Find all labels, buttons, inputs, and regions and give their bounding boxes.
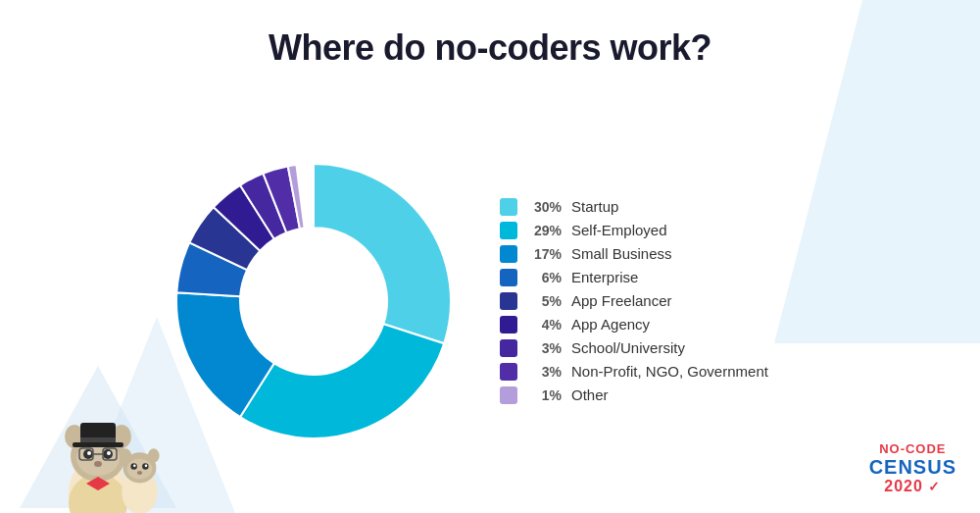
legend-color-swatch: [500, 316, 517, 333]
donut-chart: [167, 154, 461, 448]
legend-percentage: 29%: [527, 223, 562, 238]
svg-point-26: [133, 465, 136, 468]
list-item: 1%Other: [500, 386, 813, 404]
legend-color-swatch: [500, 245, 517, 263]
legend-label: App Agency: [571, 316, 650, 333]
svg-point-14: [94, 461, 102, 467]
legend-color-swatch: [500, 386, 517, 404]
legend-label: Small Business: [571, 245, 672, 262]
list-item: 17%Small Business: [500, 245, 813, 263]
legend-percentage: 30%: [527, 199, 562, 215]
svg-point-23: [127, 459, 153, 480]
list-item: 29%Self-Employed: [500, 222, 813, 239]
svg-point-9: [87, 451, 91, 455]
svg-point-27: [145, 465, 148, 468]
donut-svg: [167, 154, 461, 448]
legend-label: App Freelancer: [571, 292, 672, 309]
svg-point-21: [120, 448, 131, 462]
list-item: 5%App Freelancer: [500, 292, 813, 310]
svg-point-10: [107, 451, 111, 455]
legend-color-swatch: [500, 292, 517, 310]
legend-label: Non-Profit, NGO, Government: [571, 363, 768, 380]
list-item: 3%School/University: [500, 339, 813, 357]
legend-label: Other: [571, 386, 609, 403]
chart-legend: 30%Startup29%Self-Employed17%Small Busin…: [500, 198, 813, 404]
legend-label: Enterprise: [571, 269, 638, 285]
list-item: 6%Enterprise: [500, 269, 813, 286]
legend-percentage: 4%: [527, 317, 562, 333]
mascot-illustration: [20, 356, 176, 513]
svg-rect-17: [73, 442, 123, 447]
list-item: 4%App Agency: [500, 316, 813, 333]
svg-rect-18: [80, 437, 116, 442]
legend-color-swatch: [500, 339, 517, 357]
legend-color-swatch: [500, 269, 517, 286]
legend-percentage: 3%: [527, 364, 562, 380]
legend-color-swatch: [500, 198, 517, 216]
list-item: 3%Non-Profit, NGO, Government: [500, 363, 813, 381]
legend-color-swatch: [500, 363, 517, 381]
legend-percentage: 17%: [527, 246, 562, 262]
legend-color-swatch: [500, 222, 517, 239]
legend-percentage: 3%: [527, 340, 562, 356]
list-item: 30%Startup: [500, 198, 813, 216]
legend-label: Startup: [571, 198, 618, 215]
legend-label: Self-Employed: [571, 222, 667, 238]
svg-point-22: [148, 448, 160, 462]
legend-label: School/University: [571, 339, 685, 356]
page-title: Where do no-coders work?: [269, 27, 711, 69]
legend-percentage: 1%: [527, 387, 562, 403]
legend-percentage: 6%: [527, 270, 562, 285]
svg-point-28: [137, 471, 142, 475]
donut-hole: [240, 228, 387, 375]
legend-percentage: 5%: [527, 293, 562, 309]
